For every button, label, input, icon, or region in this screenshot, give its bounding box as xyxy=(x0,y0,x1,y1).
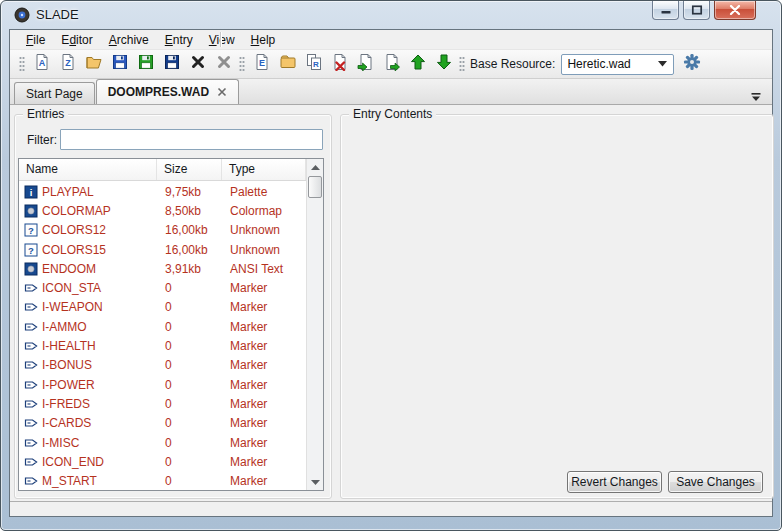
entry-row[interactable]: I-BONUS0Marker xyxy=(19,356,306,375)
new-zip-archive-icon: Z xyxy=(59,53,77,75)
menu-help[interactable]: Help xyxy=(243,30,284,50)
marker-entry-icon xyxy=(24,358,38,372)
entry-type: Marker xyxy=(222,300,306,314)
entry-row[interactable]: I-MISC0Marker xyxy=(19,433,306,452)
save-archive-icon xyxy=(111,53,129,75)
entry-contents-panel: Entry Contents Revert Changes Save Chang… xyxy=(340,114,774,499)
entry-size: 16,00kb xyxy=(157,243,222,257)
move-up-button[interactable] xyxy=(406,52,430,76)
entry-row[interactable]: I-FREDS0Marker xyxy=(19,394,306,413)
move-down-button[interactable] xyxy=(432,52,456,76)
entry-size: 8,50kb xyxy=(157,204,222,218)
scrollbar-thumb[interactable] xyxy=(308,176,322,198)
tab-doompres-wad[interactable]: DOOMPRES.WAD xyxy=(96,79,239,104)
toolbar: AZERBase Resource:Heretic.wad xyxy=(10,50,772,79)
maximize-button[interactable] xyxy=(683,1,710,20)
minimize-button[interactable] xyxy=(652,1,679,20)
entry-name: PLAYPAL xyxy=(42,185,94,199)
import-files-button[interactable]: R xyxy=(302,52,326,76)
entry-size: 0 xyxy=(157,416,222,430)
open-archive-button[interactable] xyxy=(82,52,106,76)
menu-file[interactable]: File xyxy=(18,30,53,50)
save-changes-button[interactable]: Save Changes xyxy=(668,471,763,493)
revert-changes-button[interactable]: Revert Changes xyxy=(567,471,662,493)
entry-type: Marker xyxy=(222,320,306,334)
entry-name: ICON_END xyxy=(42,455,104,469)
entry-row[interactable]: ICON_STA0Marker xyxy=(19,278,306,297)
import-entry-button[interactable] xyxy=(354,52,378,76)
unknown-entry-icon: ? xyxy=(24,243,38,257)
entry-row[interactable]: COLORMAP8,50kbColormap xyxy=(19,201,306,220)
new-wad-archive-button[interactable]: A xyxy=(30,52,54,76)
new-directory-button[interactable] xyxy=(276,52,300,76)
title-bar[interactable]: SLADE xyxy=(1,1,781,29)
move-up-icon xyxy=(409,53,427,75)
svg-text:?: ? xyxy=(28,225,34,236)
tab-bar: Start PageDOOMPRES.WAD xyxy=(10,79,772,105)
entry-type: Unknown xyxy=(222,223,306,237)
entry-type: ANSI Text xyxy=(222,262,306,276)
entry-type: Marker xyxy=(222,397,306,411)
new-wad-archive-icon: A xyxy=(33,53,51,75)
new-zip-archive-button[interactable]: Z xyxy=(56,52,80,76)
column-header-size[interactable]: Size xyxy=(157,159,222,180)
filter-input[interactable] xyxy=(60,129,323,150)
save-archive-button[interactable] xyxy=(108,52,132,76)
entry-row[interactable]: I-POWER0Marker xyxy=(19,375,306,394)
save-archive-as-button[interactable] xyxy=(134,52,158,76)
scroll-down-icon[interactable] xyxy=(307,474,323,490)
entry-row[interactable]: ICON_END0Marker xyxy=(19,452,306,471)
entry-row[interactable]: M_START0Marker xyxy=(19,471,306,490)
close-all-icon xyxy=(215,53,233,75)
new-entry-button[interactable]: E xyxy=(250,52,274,76)
entry-name: M_START xyxy=(42,474,97,488)
entry-row[interactable]: iPLAYPAL9,75kbPalette xyxy=(19,182,306,201)
scroll-up-icon[interactable] xyxy=(307,159,323,175)
remove-entry-button[interactable] xyxy=(328,52,352,76)
entry-name: ENDOOM xyxy=(42,262,96,276)
menu-editor[interactable]: Editor xyxy=(53,30,100,50)
entry-type: Marker xyxy=(222,416,306,430)
column-header-name[interactable]: Name xyxy=(19,159,157,180)
close-all-button[interactable] xyxy=(212,52,236,76)
menu-entry[interactable]: Entry xyxy=(157,30,201,50)
menu-archive[interactable]: Archive xyxy=(101,30,157,50)
entry-row[interactable]: I-AMMO0Marker xyxy=(19,317,306,336)
entry-row[interactable]: ?COLORS1216,00kbUnknown xyxy=(19,221,306,240)
marker-entry-icon xyxy=(24,378,38,392)
entry-row[interactable]: ENDOOM3,91kbANSI Text xyxy=(19,259,306,278)
entry-type: Marker xyxy=(222,474,306,488)
base-resource-select[interactable]: Heretic.wad xyxy=(561,54,674,75)
entry-list-scrollbar[interactable] xyxy=(306,159,323,490)
toolbar-grip xyxy=(239,56,245,72)
entry-row[interactable]: I-WEAPON0Marker xyxy=(19,298,306,317)
remove-entry-icon xyxy=(331,53,349,75)
column-header-type[interactable]: Type xyxy=(222,159,306,180)
menu-view[interactable]: View xyxy=(201,30,243,50)
marker-entry-icon xyxy=(24,455,38,469)
save-all-button[interactable] xyxy=(160,52,184,76)
tab-start-page[interactable]: Start Page xyxy=(14,82,95,104)
export-entry-button[interactable] xyxy=(380,52,404,76)
toolbar-grip xyxy=(459,56,465,72)
close-button[interactable] xyxy=(714,1,756,20)
panel-splitter[interactable] xyxy=(332,114,340,499)
save-archive-as-icon xyxy=(137,53,155,75)
entry-type: Marker xyxy=(222,378,306,392)
menu-separator xyxy=(220,32,221,47)
close-archive-button[interactable] xyxy=(186,52,210,76)
marker-entry-icon xyxy=(24,416,38,430)
entry-row[interactable]: ?COLORS1516,00kbUnknown xyxy=(19,240,306,259)
entry-row[interactable]: I-CARDS0Marker xyxy=(19,414,306,433)
entry-type: Unknown xyxy=(222,243,306,257)
app-icon xyxy=(14,7,30,23)
marker-entry-icon xyxy=(24,320,38,334)
entry-row[interactable]: I-HEALTH0Marker xyxy=(19,336,306,355)
tab-list-icon[interactable] xyxy=(750,88,762,106)
entry-name: COLORS15 xyxy=(42,243,106,257)
base-resource-settings-button[interactable] xyxy=(680,52,704,76)
main-area: Entries Filter: NameSizeType iPLAYPAL9,7… xyxy=(10,105,772,505)
status-bar xyxy=(10,501,772,516)
close-tab-icon[interactable] xyxy=(217,87,227,97)
entry-size: 0 xyxy=(157,339,222,353)
